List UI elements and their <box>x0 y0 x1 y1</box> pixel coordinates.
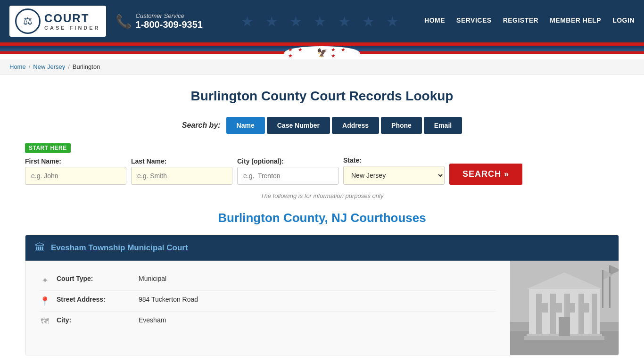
tab-name[interactable]: Name <box>226 117 265 134</box>
cs-number: 1-800-309-9351 <box>136 19 203 30</box>
court-type-icon: ✦ <box>40 275 50 286</box>
svg-rect-18 <box>553 303 562 313</box>
nav-services[interactable]: SERVICES <box>456 16 492 26</box>
first-name-group: First Name: <box>25 157 126 185</box>
detail-city: 🗺 City: Evesham <box>40 312 496 331</box>
detail-court-type: ✦ Court Type: Municipal <box>40 270 496 291</box>
breadcrumb-sep-1: / <box>29 63 31 70</box>
address-icon: 📍 <box>40 296 50 306</box>
svg-rect-7 <box>578 294 584 336</box>
logo-text: COURT CASE FINDER <box>44 12 100 31</box>
eagle-banner: ★ ★ ★ 🦅 ★ ★ ★ <box>0 46 644 59</box>
courthouse-name[interactable]: Evesham Township Municipal Court <box>51 243 188 253</box>
city-group: City (optional): <box>237 157 339 185</box>
phone-icon: 📞 <box>116 14 132 29</box>
breadcrumb-sep-2: / <box>68 63 70 70</box>
header-stars-decoration: ★ ★ ★ ★ ★ ★ ★ <box>228 0 416 42</box>
svg-rect-4 <box>536 294 542 336</box>
tab-email[interactable]: Email <box>424 117 462 134</box>
svg-rect-16 <box>559 317 570 336</box>
address-label: Street Address: <box>57 296 132 303</box>
eagle-stars-right: ★ ★ ★ <box>327 47 360 59</box>
breadcrumb: Home / New Jersey / Burlington <box>0 59 644 74</box>
city-row-label: City: <box>57 316 132 324</box>
state-group: State: New Jersey Alabama Alaska Arizona… <box>343 156 445 185</box>
last-name-label: Last Name: <box>131 157 232 165</box>
breadcrumb-home[interactable]: Home <box>9 63 26 70</box>
info-note: The following is for information purpose… <box>25 192 619 199</box>
cs-text: Customer Service 1-800-309-9351 <box>136 12 203 30</box>
search-by-row: Search by: Name Case Number Address Phon… <box>25 117 619 134</box>
header-left: ⚖ COURT CASE FINDER 📞 Customer Service 1… <box>9 6 203 37</box>
wave-bar <box>0 42 644 46</box>
start-here-badge: START HERE <box>25 143 71 153</box>
search-by-label: Search by: <box>182 121 221 130</box>
breadcrumb-state[interactable]: New Jersey <box>33 63 65 70</box>
eagle-stars-left: ★ ★ ★ <box>284 47 317 59</box>
search-button[interactable]: SEARCH » <box>449 164 522 185</box>
city-row-value: Evesham <box>139 316 166 324</box>
address-value: 984 Tuckerton Road <box>139 296 198 303</box>
svg-rect-8 <box>592 294 597 336</box>
tab-phone[interactable]: Phone <box>381 117 422 134</box>
courthouse-image <box>510 261 619 355</box>
court-type-label: Court Type: <box>57 275 132 282</box>
nav-home[interactable]: HOME <box>424 16 445 26</box>
breadcrumb-county: Burlington <box>73 63 100 70</box>
svg-rect-20 <box>566 303 575 313</box>
svg-rect-13 <box>609 265 611 308</box>
svg-rect-5 <box>550 294 556 336</box>
customer-service: 📞 Customer Service 1-800-309-9351 <box>116 12 203 30</box>
site-header: ⚖ COURT CASE FINDER 📞 Customer Service 1… <box>0 0 644 42</box>
main-nav: HOME SERVICES REGISTER MEMBER HELP LOGIN <box>424 16 635 26</box>
logo-case-label: CASE FINDER <box>44 25 100 31</box>
courthouse-card: 🏛 Evesham Township Municipal Court ✦ Cou… <box>25 235 619 355</box>
eagle-center: ★ ★ ★ 🦅 ★ ★ ★ <box>284 46 360 59</box>
state-select[interactable]: New Jersey Alabama Alaska Arizona Arkans… <box>343 166 445 185</box>
courthouses-title: Burlington County, NJ Courthouses <box>25 211 619 225</box>
courthouse-body: ✦ Court Type: Municipal 📍 Street Address… <box>25 261 619 355</box>
detail-address: 📍 Street Address: 984 Tuckerton Road <box>40 291 496 312</box>
first-name-label: First Name: <box>25 157 126 165</box>
city-input[interactable] <box>237 167 339 185</box>
court-type-value: Municipal <box>139 275 166 282</box>
main-content: Burlington County Court Records Lookup S… <box>16 74 628 362</box>
last-name-input[interactable] <box>131 167 232 185</box>
cs-label: Customer Service <box>136 12 203 19</box>
first-name-input[interactable] <box>25 167 126 185</box>
nav-login[interactable]: LOGIN <box>612 16 635 26</box>
city-icon: 🗺 <box>40 317 50 327</box>
logo-court-label: COURT <box>44 12 100 25</box>
page-title: Burlington County Court Records Lookup <box>25 89 619 104</box>
svg-rect-12 <box>602 270 603 308</box>
tab-address[interactable]: Address <box>332 117 379 134</box>
nav-member-help[interactable]: MEMBER HELP <box>550 16 601 26</box>
logo[interactable]: ⚖ COURT CASE FINDER <box>9 6 106 37</box>
last-name-group: Last Name: <box>131 157 232 185</box>
svg-rect-17 <box>538 303 548 313</box>
eagle-icon: 🦅 <box>317 48 327 58</box>
city-label: City (optional): <box>237 157 339 165</box>
tab-case-number[interactable]: Case Number <box>267 117 330 134</box>
nav-register[interactable]: REGISTER <box>503 16 539 26</box>
courthouse-icon: 🏛 <box>35 242 45 254</box>
logo-emblem: ⚖ <box>15 8 41 34</box>
search-form: First Name: Last Name: City (optional): … <box>25 156 619 185</box>
svg-rect-19 <box>580 303 589 313</box>
courthouse-details: ✦ Court Type: Municipal 📍 Street Address… <box>25 261 510 355</box>
courthouse-header: 🏛 Evesham Township Municipal Court <box>25 235 619 261</box>
state-label: State: <box>343 156 445 164</box>
courthouse-building-svg <box>510 261 619 355</box>
svg-rect-11 <box>524 336 604 340</box>
